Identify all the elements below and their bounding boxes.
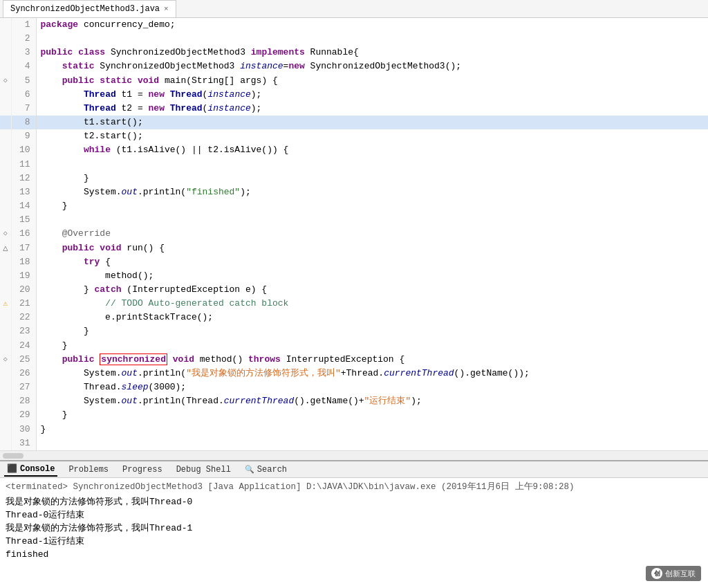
console-output-line-4: Thread-1运行结束 bbox=[6, 535, 702, 548]
table-row: 30 } bbox=[0, 423, 708, 437]
table-row: 28 System.out.println(Thread.currentThre… bbox=[0, 394, 708, 408]
table-row: ⚠ 21 // TODO Auto-generated catch block bbox=[0, 297, 708, 311]
watermark: 创 创新互联 bbox=[646, 566, 701, 581]
tab-label: SynchronizedObjectMethod3.java bbox=[10, 4, 160, 14]
table-row: 7 Thread t2 = new Thread(instance); bbox=[0, 102, 708, 116]
table-row: 6 Thread t1 = new Thread(instance); bbox=[0, 88, 708, 102]
table-row: 8 t1.start(); bbox=[0, 116, 708, 129]
console-header: <terminated> SynchronizedObjectMethod3 [… bbox=[6, 481, 702, 494]
table-row: ◇ 16 @Override bbox=[0, 227, 708, 241]
debug-shell-tab-label: Debug Shell bbox=[176, 465, 231, 475]
table-row: 3 public class SynchronizedObjectMethod3… bbox=[0, 46, 708, 59]
table-row: ◇ 25 public synchronized void method() t… bbox=[0, 353, 708, 367]
tab-progress[interactable]: Progress bbox=[120, 463, 165, 476]
table-row: 14 } bbox=[0, 199, 708, 213]
line-number: 1 bbox=[11, 18, 36, 32]
table-row: 19 method(); bbox=[0, 269, 708, 283]
console-content: <terminated> SynchronizedObjectMethod3 [… bbox=[0, 478, 708, 588]
table-row: 24 } bbox=[0, 339, 708, 353]
watermark-icon: 创 bbox=[651, 568, 662, 579]
tab-problems[interactable]: Problems bbox=[66, 463, 111, 476]
table-row: 31 bbox=[0, 437, 708, 450]
console-icon: ⬛ bbox=[7, 463, 17, 474]
table-row: 29 } bbox=[0, 408, 708, 422]
line-marker bbox=[0, 18, 11, 32]
table-row: 20 } catch (InterruptedException e) { bbox=[0, 283, 708, 297]
console-output-line-5: finished bbox=[6, 548, 702, 561]
table-row: 22 e.printStackTrace(); bbox=[0, 311, 708, 324]
table-row: 4 static SynchronizedObjectMethod3 insta… bbox=[0, 59, 708, 73]
table-row: 12 } bbox=[0, 172, 708, 185]
table-row: 1 package concurrency_demo; bbox=[0, 18, 708, 32]
editor-tab[interactable]: SynchronizedObjectMethod3.java × bbox=[3, 0, 176, 17]
problems-tab-label: Problems bbox=[68, 465, 109, 475]
table-row: 18 try { bbox=[0, 255, 708, 269]
code-table: 1 package concurrency_demo; 2 3 public c… bbox=[0, 18, 708, 450]
progress-tab-label: Progress bbox=[122, 465, 162, 475]
table-row: ◇ 5 public static void main(String[] arg… bbox=[0, 74, 708, 88]
tab-console[interactable]: ⬛ Console bbox=[4, 462, 57, 477]
code-content[interactable]: package concurrency_demo; bbox=[36, 18, 708, 32]
table-row: 10 while (t1.isAlive() || t2.isAlive()) … bbox=[0, 143, 708, 157]
table-row: 23 } bbox=[0, 324, 708, 338]
console-tab-bar: ⬛ Console Problems Progress Debug Shell … bbox=[0, 461, 708, 478]
search-icon: 🔍 bbox=[245, 465, 254, 474]
table-row: △ 17 public void run() { bbox=[0, 241, 708, 255]
tab-search[interactable]: 🔍 Search bbox=[242, 463, 290, 476]
tab-bar: SynchronizedObjectMethod3.java × bbox=[0, 0, 708, 18]
watermark-text: 创新互联 bbox=[665, 569, 696, 579]
table-row: 13 System.out.println("finished"); bbox=[0, 185, 708, 199]
console-tab-label: Console bbox=[20, 464, 55, 474]
console-area: ⬛ Console Problems Progress Debug Shell … bbox=[0, 460, 708, 588]
table-row: 27 Thread.sleep(3000); bbox=[0, 380, 708, 394]
tab-close[interactable]: × bbox=[164, 5, 169, 13]
table-row: 2 bbox=[0, 32, 708, 46]
table-row: 9 t2.start(); bbox=[0, 129, 708, 143]
editor-area: 1 package concurrency_demo; 2 3 public c… bbox=[0, 18, 708, 450]
table-row: 15 bbox=[0, 213, 708, 227]
table-row: 11 bbox=[0, 158, 708, 172]
console-output-line-1: 我是对象锁的方法修饰符形式，我叫Thread-0 bbox=[6, 495, 702, 508]
search-tab-label: Search bbox=[257, 465, 287, 475]
console-output-line-3: 我是对象锁的方法修饰符形式，我叫Thread-1 bbox=[6, 522, 702, 535]
table-row: 26 System.out.println("我是对象锁的方法修饰符形式，我叫"… bbox=[0, 367, 708, 380]
horizontal-scrollbar[interactable] bbox=[0, 450, 708, 460]
tab-debug-shell[interactable]: Debug Shell bbox=[174, 463, 234, 476]
console-output-line-2: Thread-0运行结束 bbox=[6, 508, 702, 522]
